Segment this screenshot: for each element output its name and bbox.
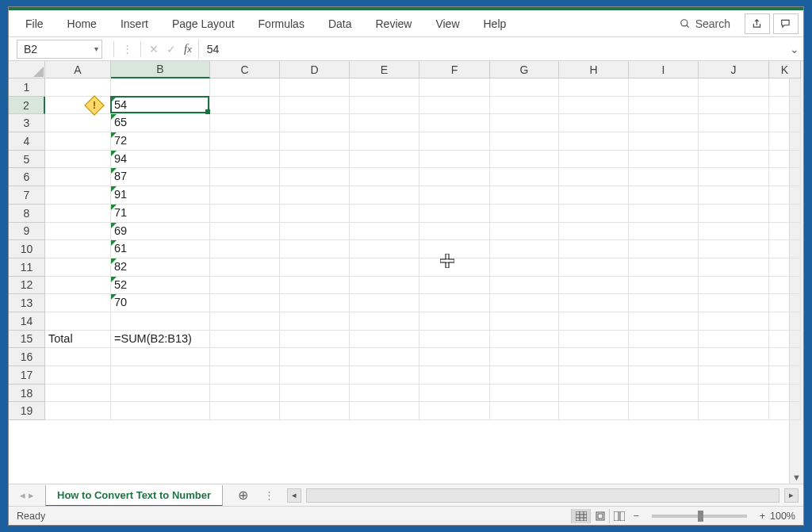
cell-H17[interactable] <box>559 366 629 385</box>
cell-A4[interactable] <box>45 132 111 151</box>
cell-F5[interactable] <box>419 151 490 169</box>
cell-B9[interactable]: 69 <box>111 223 210 241</box>
cell-K5[interactable] <box>769 151 801 169</box>
row-header-6[interactable]: 6 <box>9 168 45 186</box>
col-header-K[interactable]: K <box>769 61 801 78</box>
cell-B2[interactable]: 54 <box>111 97 210 115</box>
cell-I5[interactable] <box>629 151 699 169</box>
cell-G10[interactable] <box>490 240 559 258</box>
cell-I4[interactable] <box>629 132 699 151</box>
cell-B5[interactable]: 94 <box>111 151 210 169</box>
cell-G1[interactable] <box>490 78 559 97</box>
add-sheet-button[interactable]: ⊕ <box>232 485 253 506</box>
cell-D3[interactable] <box>280 114 350 132</box>
cell-H2[interactable] <box>559 97 629 115</box>
cell-H9[interactable] <box>559 223 629 241</box>
row-header-1[interactable]: 1 <box>9 78 45 97</box>
cell-H6[interactable] <box>559 168 629 186</box>
cell-D7[interactable] <box>280 186 350 205</box>
cell-C14[interactable] <box>210 312 280 331</box>
cell-K15[interactable] <box>769 331 801 349</box>
chevron-down-icon[interactable]: ▾ <box>94 44 98 53</box>
cell-E1[interactable] <box>350 78 419 97</box>
cell-A9[interactable] <box>45 223 111 241</box>
cell-J15[interactable] <box>699 331 769 349</box>
cell-K17[interactable] <box>769 366 801 385</box>
cell-F12[interactable] <box>419 277 490 295</box>
cell-H10[interactable] <box>559 240 629 258</box>
cell-H12[interactable] <box>559 277 629 295</box>
cell-H5[interactable] <box>559 151 629 169</box>
col-header-D[interactable]: D <box>280 61 350 78</box>
cell-J18[interactable] <box>699 385 769 403</box>
cell-A19[interactable] <box>45 402 111 420</box>
cell-C7[interactable] <box>210 186 280 205</box>
cell-E16[interactable] <box>350 348 419 366</box>
cell-J2[interactable] <box>699 97 769 115</box>
cell-J1[interactable] <box>699 78 769 97</box>
cell-I7[interactable] <box>629 186 699 205</box>
cell-E11[interactable] <box>350 258 419 277</box>
cell-F19[interactable] <box>419 402 490 420</box>
select-all-triangle[interactable] <box>9 61 45 78</box>
cell-G5[interactable] <box>490 151 559 169</box>
cell-J13[interactable] <box>699 294 769 312</box>
cell-F4[interactable] <box>419 132 490 151</box>
cell-K4[interactable] <box>769 132 801 151</box>
cell-C8[interactable] <box>210 205 280 223</box>
cell-D11[interactable] <box>280 258 350 277</box>
cell-A1[interactable] <box>45 78 111 97</box>
cell-K3[interactable] <box>769 114 801 132</box>
menu-view[interactable]: View <box>423 10 471 36</box>
cell-E3[interactable] <box>350 114 419 132</box>
scroll-left-icon[interactable]: ◂ <box>287 488 301 503</box>
cell-G12[interactable] <box>490 277 559 295</box>
cell-E2[interactable] <box>350 97 419 115</box>
cell-A18[interactable] <box>45 385 111 403</box>
col-header-J[interactable]: J <box>699 61 769 78</box>
cell-A16[interactable] <box>45 348 111 366</box>
cell-K13[interactable] <box>769 294 801 312</box>
cell-G9[interactable] <box>490 223 559 241</box>
cell-I9[interactable] <box>629 223 699 241</box>
cell-A11[interactable] <box>45 258 111 277</box>
scroll-down-icon[interactable]: ▼ <box>792 473 801 482</box>
cell-J9[interactable] <box>699 223 769 241</box>
cell-I16[interactable] <box>629 348 699 366</box>
cell-H13[interactable] <box>559 294 629 312</box>
cell-K14[interactable] <box>769 312 801 331</box>
cell-B13[interactable]: 70 <box>111 294 210 312</box>
cell-B17[interactable] <box>111 366 210 385</box>
cell-G19[interactable] <box>490 402 559 420</box>
cell-D14[interactable] <box>280 312 350 331</box>
cell-G11[interactable] <box>490 258 559 277</box>
cell-E14[interactable] <box>350 312 419 331</box>
cell-F2[interactable] <box>419 97 490 115</box>
cell-C5[interactable] <box>210 151 280 169</box>
cell-D5[interactable] <box>280 151 350 169</box>
col-header-G[interactable]: G <box>490 61 559 78</box>
cell-J6[interactable] <box>699 168 769 186</box>
menu-insert[interactable]: Insert <box>109 10 160 36</box>
cell-F11[interactable] <box>419 258 490 277</box>
cell-K6[interactable] <box>769 168 801 186</box>
cell-I12[interactable] <box>629 277 699 295</box>
cell-F13[interactable] <box>419 294 490 312</box>
cell-G17[interactable] <box>490 366 559 385</box>
row-header-14[interactable]: 14 <box>9 312 45 331</box>
fx-icon[interactable]: fx <box>184 42 192 55</box>
cell-K9[interactable] <box>769 223 801 241</box>
cell-F7[interactable] <box>419 186 490 205</box>
cell-G14[interactable] <box>490 312 559 331</box>
zoom-out-button[interactable]: − <box>628 511 643 522</box>
cell-D13[interactable] <box>280 294 350 312</box>
cell-C12[interactable] <box>210 277 280 295</box>
cell-G6[interactable] <box>490 168 559 186</box>
cell-F17[interactable] <box>419 366 490 385</box>
cell-J4[interactable] <box>699 132 769 151</box>
cell-E5[interactable] <box>350 151 419 169</box>
row-header-12[interactable]: 12 <box>9 277 45 295</box>
cell-F16[interactable] <box>419 348 490 366</box>
row-header-13[interactable]: 13 <box>9 294 45 312</box>
col-header-C[interactable]: C <box>210 61 280 78</box>
